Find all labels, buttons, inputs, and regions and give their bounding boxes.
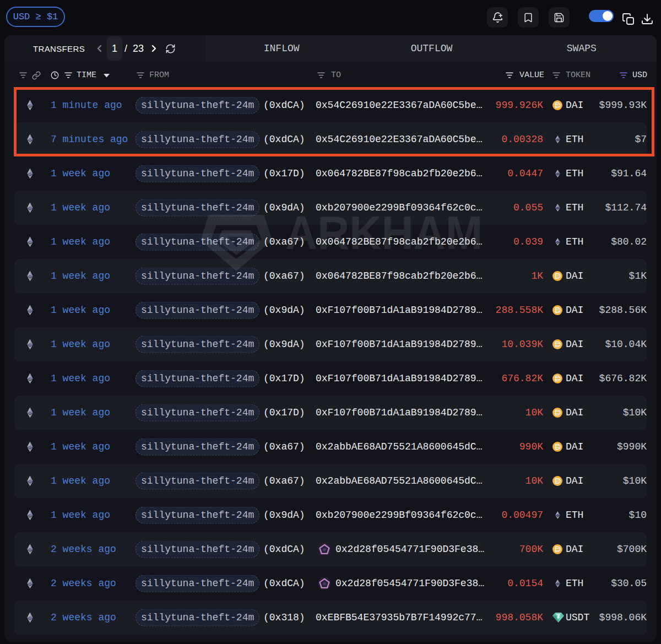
svg-text:₮: ₮ <box>556 613 560 620</box>
